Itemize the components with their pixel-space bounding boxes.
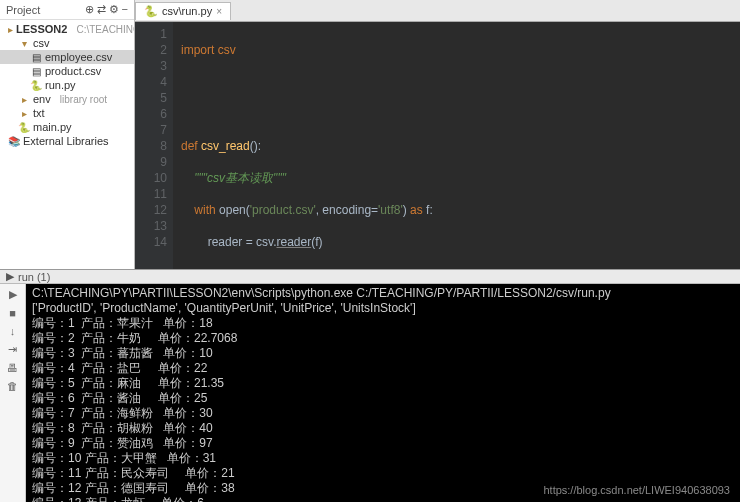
console-line: ['ProductID', 'ProductName', 'QuantityPe… — [32, 301, 734, 316]
file-icon: ▤ — [30, 51, 42, 63]
file-icon: ▤ — [30, 65, 42, 77]
console-line: 编号：6 产品：酱油 单价：25 — [32, 391, 734, 406]
console-line: 编号：5 产品：麻油 单价：21.35 — [32, 376, 734, 391]
tree-external-libraries[interactable]: 📚 External Libraries — [0, 134, 134, 148]
expand-icon[interactable]: ⇄ — [97, 3, 106, 16]
close-icon[interactable]: × — [216, 6, 222, 17]
console-line: 编号：7 产品：海鲜粉 单价：30 — [32, 406, 734, 421]
collapse-icon[interactable]: ⊕ — [85, 3, 94, 16]
folder-icon: ▸ — [18, 107, 30, 119]
folder-icon: ▸ — [8, 23, 13, 35]
rerun-icon[interactable]: ▶ — [9, 288, 17, 301]
console-output[interactable]: C:\TEACHING\PY\PARTII\LESSON2\env\Script… — [26, 284, 740, 502]
python-file-icon: 🐍 — [18, 121, 30, 133]
print-icon[interactable]: 🖶 — [7, 362, 18, 374]
code-area[interactable]: import csv def csv_read(): """csv基本读取"""… — [173, 22, 740, 269]
stop-icon[interactable]: ■ — [9, 307, 16, 319]
editor-pane: 🐍 csv\run.py × 1234567891011121314 impor… — [135, 0, 740, 269]
console-line: 编号：3 产品：蕃茄酱 单价：10 — [32, 346, 734, 361]
console-line: 编号：2 产品：牛奶 单价：22.7068 — [32, 331, 734, 346]
console-line: 编号：4 产品：盐巴 单价：22 — [32, 361, 734, 376]
console-line: 编号：13 产品：龙虾 单价：6 — [32, 496, 734, 502]
tree-root[interactable]: ▸ LESSON2 C:\TEACHING\PY — [0, 22, 134, 36]
tree-file-run[interactable]: 🐍 run.py — [0, 78, 134, 92]
editor-body[interactable]: 1234567891011121314 import csv def csv_r… — [135, 22, 740, 269]
library-icon: 📚 — [8, 135, 20, 147]
python-file-icon: 🐍 — [144, 5, 158, 18]
gear-icon[interactable]: ⚙ — [109, 3, 119, 16]
console-line: 编号：9 产品：赞油鸡 单价：97 — [32, 436, 734, 451]
console-line: 编号：11 产品：民众寿司 单价：21 — [32, 466, 734, 481]
hide-icon[interactable]: − — [122, 3, 128, 16]
folder-icon: ▾ — [18, 37, 30, 49]
line-gutter: 1234567891011121314 — [135, 22, 173, 269]
tree-file-product[interactable]: ▤ product.csv — [0, 64, 134, 78]
console-line: 编号：1 产品：苹果汁 单价：18 — [32, 316, 734, 331]
tree-folder-csv[interactable]: ▾ csv — [0, 36, 134, 50]
folder-icon: ▸ — [18, 93, 30, 105]
run-toolbar: ▶ ■ ↓ ⇥ 🖶 🗑 — [0, 284, 26, 502]
run-header[interactable]: ▶ run (1) — [0, 270, 740, 284]
run-title: run (1) — [18, 271, 50, 283]
tree-file-main[interactable]: 🐍 main.py — [0, 120, 134, 134]
tree-folder-txt[interactable]: ▸ txt — [0, 106, 134, 120]
project-tree: ▸ LESSON2 C:\TEACHING\PY ▾ csv ▤ employe… — [0, 20, 134, 150]
tree-file-employee[interactable]: ▤ employee.csv — [0, 50, 134, 64]
trash-icon[interactable]: 🗑 — [7, 380, 18, 392]
tab-run-py[interactable]: 🐍 csv\run.py × — [135, 2, 231, 20]
project-sidebar: Project ⊕ ⇄ ⚙ − ▸ LESSON2 C:\TEACHING\PY… — [0, 0, 135, 269]
watermark: https://blog.csdn.net/LIWEI940638093 — [543, 484, 730, 496]
console-line: 编号：8 产品：胡椒粉 单价：40 — [32, 421, 734, 436]
export-icon[interactable]: ⇥ — [8, 343, 17, 356]
sidebar-title: Project — [6, 4, 40, 16]
tree-folder-env[interactable]: ▸ env library root — [0, 92, 134, 106]
sidebar-header: Project ⊕ ⇄ ⚙ − — [0, 0, 134, 20]
run-tool-window: ▶ run (1) ▶ ■ ↓ ⇥ 🖶 🗑 C:\TEACHING\PY\PAR… — [0, 270, 740, 502]
python-file-icon: 🐍 — [30, 79, 42, 91]
down-icon[interactable]: ↓ — [10, 325, 16, 337]
editor-tab-bar: 🐍 csv\run.py × — [135, 0, 740, 22]
run-icon: ▶ — [6, 270, 14, 283]
console-line: 编号：10 产品：大甲蟹 单价：31 — [32, 451, 734, 466]
console-line: C:\TEACHING\PY\PARTII\LESSON2\env\Script… — [32, 286, 734, 301]
